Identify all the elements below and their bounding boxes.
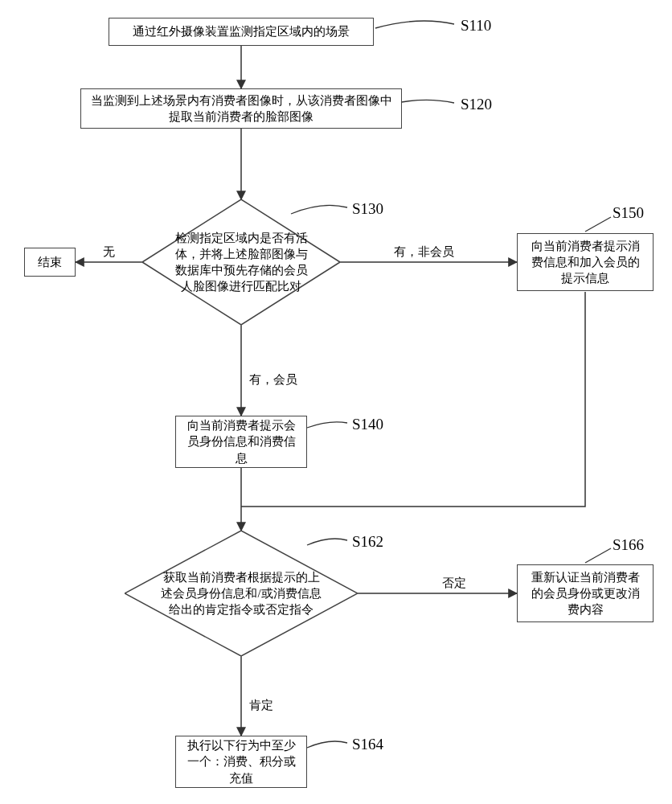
edge-label-s130-s150: 有，非会员 <box>394 246 454 258</box>
edge-label-s162-s166: 否定 <box>442 577 466 589</box>
step-label-s110: S110 <box>461 18 491 33</box>
node-text: 结束 <box>38 254 62 270</box>
step-label-s140: S140 <box>352 416 383 432</box>
node-s150: 向当前消费者提示消费信息和加入会员的提示信息 <box>517 233 654 291</box>
edge-label-s162-s164: 肯定 <box>249 699 273 712</box>
node-s110: 通过红外摄像装置监测指定区域内的场景 <box>109 18 374 46</box>
step-label-s120: S120 <box>461 96 492 112</box>
node-text: 向当前消费者提示消费信息和加入会员的提示信息 <box>526 238 645 287</box>
node-text: 当监测到上述场景内有消费者图像时，从该消费者图像中提取当前消费者的脸部图像 <box>89 92 393 125</box>
node-end: 结束 <box>24 248 76 277</box>
node-text: 检测指定区域内是否有活体，并将上述脸部图像与数据库中预先存储的会员人脸图像进行匹… <box>170 230 313 295</box>
svg-line-9 <box>585 548 611 563</box>
node-s166: 重新认证当前消费者的会员身份或更改消费内容 <box>517 564 654 622</box>
node-s130: 检测指定区域内是否有活体，并将上述脸部图像与数据库中预先存储的会员人脸图像进行匹… <box>142 199 340 325</box>
edge-label-s130-end: 无 <box>103 246 115 258</box>
node-s120: 当监测到上述场景内有消费者图像时，从该消费者图像中提取当前消费者的脸部图像 <box>80 88 402 129</box>
node-s164: 执行以下行为中至少一个：消费、积分或充值 <box>175 736 307 788</box>
svg-line-8 <box>585 217 611 232</box>
node-s162: 获取当前消费者根据提示的上述会员身份信息和/或消费信息给出的肯定指令或否定指令 <box>125 531 358 656</box>
node-text: 通过红外摄像装置监测指定区域内的场景 <box>133 23 350 39</box>
node-text: 向当前消费者提示会员身份信息和消费信息 <box>184 417 298 466</box>
step-label-s150: S150 <box>613 205 644 220</box>
edge-label-s130-s140: 有，会员 <box>249 374 297 386</box>
node-text: 重新认证当前消费者的会员身份或更改消费内容 <box>526 569 645 618</box>
node-text: 执行以下行为中至少一个：消费、积分或充值 <box>184 737 298 786</box>
step-label-s164: S164 <box>352 736 383 752</box>
step-label-s166: S166 <box>613 537 644 552</box>
step-label-s162: S162 <box>352 534 383 549</box>
step-label-s130: S130 <box>352 201 383 216</box>
node-s140: 向当前消费者提示会员身份信息和消费信息 <box>175 416 307 468</box>
node-text: 获取当前消费者根据提示的上述会员身份信息和/或消费信息给出的肯定指令或否定指令 <box>158 569 324 618</box>
